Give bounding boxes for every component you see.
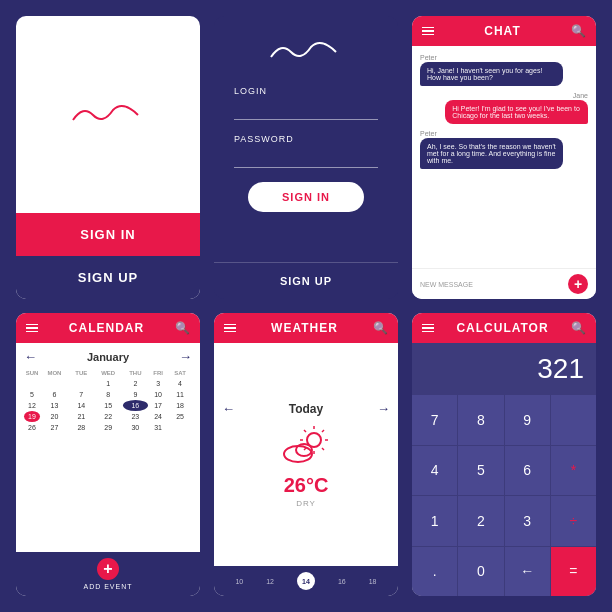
calc-menu-icon[interactable] bbox=[422, 324, 434, 333]
calculator-title: CALCULATOR bbox=[456, 321, 548, 335]
calendar-day[interactable]: 10 bbox=[148, 389, 168, 400]
prev-day-button[interactable]: ← bbox=[222, 401, 235, 416]
weather-search-icon[interactable]: 🔍 bbox=[373, 321, 388, 335]
footer-day-18[interactable]: 18 bbox=[369, 578, 377, 585]
calendar-day[interactable]: 29 bbox=[94, 422, 123, 433]
calendar-day[interactable]: 6 bbox=[40, 389, 69, 400]
calendar-day[interactable]: 13 bbox=[40, 400, 69, 411]
calendar-day[interactable]: 15 bbox=[94, 400, 123, 411]
chat-body: Peter Hi, Jane! I haven't seen you for a… bbox=[412, 46, 596, 268]
hamburger-line-1 bbox=[26, 324, 38, 326]
calendar-day[interactable]: 2 bbox=[123, 378, 149, 389]
hamburger-line-3 bbox=[422, 34, 434, 36]
calendar-day[interactable]: 26 bbox=[24, 422, 40, 433]
calendar-day[interactable]: 25 bbox=[168, 411, 192, 422]
btn-backspace[interactable]: ← bbox=[505, 547, 550, 597]
btn-equals[interactable]: = bbox=[551, 547, 596, 597]
search-icon[interactable]: 🔍 bbox=[571, 24, 586, 38]
signup-button[interactable]: SIGN UP bbox=[16, 256, 200, 299]
hamburger-line-3 bbox=[422, 331, 434, 333]
calendar-day[interactable]: 8 bbox=[94, 389, 123, 400]
signin-button[interactable]: SIGN IN bbox=[16, 213, 200, 256]
weather-header: WEATHER 🔍 bbox=[214, 313, 398, 343]
btn-7[interactable]: 7 bbox=[412, 395, 457, 445]
svg-line-8 bbox=[322, 430, 324, 432]
add-event-button[interactable]: + bbox=[97, 558, 119, 580]
day-sat: SAT bbox=[168, 368, 192, 378]
btn-2[interactable]: 2 bbox=[458, 496, 503, 546]
new-message-input[interactable]: NEW MESSAGE bbox=[420, 281, 562, 288]
next-day-button[interactable]: → bbox=[377, 401, 390, 416]
calendar-day[interactable]: 4 bbox=[168, 378, 192, 389]
footer-day-10[interactable]: 10 bbox=[235, 578, 243, 585]
footer-day-14[interactable]: 14 bbox=[297, 572, 315, 590]
prev-month-button[interactable]: ← bbox=[24, 349, 37, 364]
btn-4[interactable]: 4 bbox=[412, 446, 457, 496]
add-event-label: ADD EVENT bbox=[83, 583, 132, 590]
calendar-day[interactable]: 23 bbox=[123, 411, 149, 422]
calendar-day[interactable]: 18 bbox=[168, 400, 192, 411]
login-form: LOGIN PASSWORD SIGN IN bbox=[214, 16, 398, 262]
menu-icon[interactable] bbox=[422, 27, 434, 36]
temperature: 26°C bbox=[284, 474, 329, 497]
day-fri: FRI bbox=[148, 368, 168, 378]
calculator-header: CALCULATOR 🔍 bbox=[412, 313, 596, 343]
calendar-day[interactable]: 12 bbox=[24, 400, 40, 411]
calendar-day[interactable]: 20 bbox=[40, 411, 69, 422]
calendar-day[interactable]: 7 bbox=[69, 389, 94, 400]
calendar-day[interactable]: 21 bbox=[69, 411, 94, 422]
btn-1[interactable]: 1 bbox=[412, 496, 457, 546]
hamburger-line-1 bbox=[422, 324, 434, 326]
calendar-day[interactable]: 22 bbox=[94, 411, 123, 422]
table-row: 19202122232425 bbox=[24, 411, 192, 422]
password-input[interactable] bbox=[234, 150, 378, 168]
calendar-day[interactable]: 30 bbox=[123, 422, 149, 433]
btn-divide[interactable]: ÷ bbox=[551, 496, 596, 546]
calendar-day[interactable]: 11 bbox=[168, 389, 192, 400]
calendar-day[interactable]: 14 bbox=[69, 400, 94, 411]
hamburger-line-3 bbox=[224, 331, 236, 333]
calendar-day[interactable]: 28 bbox=[69, 422, 94, 433]
calendar-day[interactable]: 19 bbox=[24, 411, 40, 422]
login-signin-button[interactable]: SIGN IN bbox=[248, 182, 363, 212]
wave-icon bbox=[266, 32, 346, 72]
calendar-day[interactable]: 24 bbox=[148, 411, 168, 422]
chat-header: CHAT 🔍 bbox=[412, 16, 596, 46]
btn-dot[interactable]: . bbox=[412, 547, 457, 597]
cal-menu-icon[interactable] bbox=[26, 324, 38, 333]
svg-line-5 bbox=[304, 430, 306, 432]
login-signup-button[interactable]: SIGN UP bbox=[214, 262, 398, 299]
btn-3[interactable]: 3 bbox=[505, 496, 550, 546]
calendar-day[interactable]: 1 bbox=[94, 378, 123, 389]
weather-menu-icon[interactable] bbox=[224, 324, 236, 333]
table-row: 1234 bbox=[24, 378, 192, 389]
message-3: Peter Ah, I see. So that's the reason we… bbox=[420, 130, 588, 169]
btn-0[interactable]: 0 bbox=[458, 547, 503, 597]
next-month-button[interactable]: → bbox=[179, 349, 192, 364]
login-input-group: LOGIN bbox=[234, 86, 378, 120]
footer-day-12[interactable]: 12 bbox=[266, 578, 274, 585]
sender-2: Jane bbox=[573, 92, 588, 99]
btn-multiply[interactable]: * bbox=[551, 446, 596, 496]
calendar-header: CALENDAR 🔍 bbox=[16, 313, 200, 343]
calendar-day[interactable]: 3 bbox=[148, 378, 168, 389]
calc-search-icon[interactable]: 🔍 bbox=[571, 321, 586, 335]
cal-search-icon[interactable]: 🔍 bbox=[175, 321, 190, 335]
calendar-day[interactable]: 31 bbox=[148, 422, 168, 433]
add-message-button[interactable]: + bbox=[568, 274, 588, 294]
btn-8[interactable]: 8 bbox=[458, 395, 503, 445]
day-sun: SUN bbox=[24, 368, 40, 378]
footer-day-16[interactable]: 16 bbox=[338, 578, 346, 585]
calendar-day[interactable]: 17 bbox=[148, 400, 168, 411]
calendar-day[interactable]: 16 bbox=[123, 400, 149, 411]
calendar-day[interactable]: 27 bbox=[40, 422, 69, 433]
btn-9[interactable]: 9 bbox=[505, 395, 550, 445]
calendar-day[interactable]: 5 bbox=[24, 389, 40, 400]
login-input[interactable] bbox=[234, 102, 378, 120]
hamburger-line-1 bbox=[422, 27, 434, 29]
btn-5[interactable]: 5 bbox=[458, 446, 503, 496]
weather-description: DRY bbox=[296, 499, 316, 508]
btn-6[interactable]: 6 bbox=[505, 446, 550, 496]
weather-footer: 10 12 14 16 18 bbox=[214, 566, 398, 596]
calendar-day[interactable]: 9 bbox=[123, 389, 149, 400]
